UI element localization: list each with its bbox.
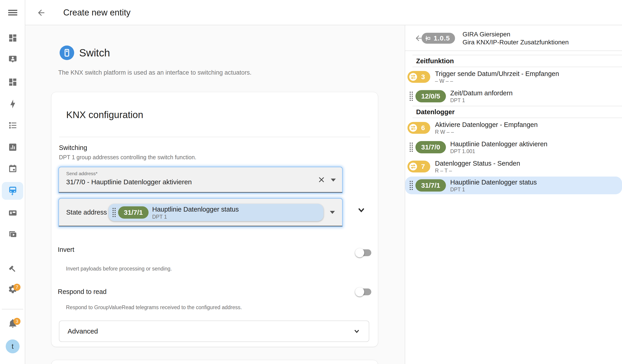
advanced-expander[interactable]: Advanced [59, 321, 369, 342]
send-address-label: Send address* [66, 171, 97, 176]
state-address-chip[interactable]: 31/7/1 Hauptlinie Datenlogger status DPT… [109, 204, 324, 221]
group-address-row[interactable]: 12/0/5Zeit/Datum anfordernDPT 1 [405, 87, 622, 106]
section-title: Zeitfunktion [405, 55, 622, 67]
sidebar-item-settings[interactable] [0, 280, 25, 298]
sidebar: 7 3 t [0, 0, 25, 364]
respond-to-read-toggle[interactable] [356, 288, 371, 295]
device-manufacturer: GIRA Giersiepen [463, 30, 569, 38]
row-subtitle: DPT 1 [450, 186, 537, 193]
sidebar-item-mailbox[interactable] [0, 204, 25, 222]
group-address-pill: 31/7/1 [415, 179, 446, 192]
row-title: Hauptlinie Datenlogger aktivieren [450, 140, 547, 148]
device-name: Gira KNX/IP-Router Zusatzfunktionen [463, 38, 569, 46]
group-address-row[interactable]: 31/7/1Hauptlinie Datenlogger statusDPT 1 [405, 176, 622, 194]
com-object-pill: 6 [408, 122, 430, 134]
com-object-number: 6 [417, 124, 429, 132]
notifications-badge: 3 [13, 318, 20, 325]
menu-icon[interactable] [8, 10, 17, 16]
chevron-down-icon [353, 327, 361, 335]
sidebar-item-knx[interactable] [0, 182, 25, 200]
chip-dpt: DPT 1 [152, 214, 167, 220]
row-texts: Trigger sende Datum/Uhrzeit - Empfangen–… [435, 70, 559, 84]
arrow-left-icon [36, 8, 46, 18]
sidebar-divider [2, 309, 23, 309]
main-content: Switch The KNX switch platform is used a… [25, 25, 405, 364]
panel-sections: Zeitfunktion 3Trigger sende Datum/Uhrzei… [405, 51, 622, 194]
sidebar-item-assist[interactable] [0, 50, 25, 68]
platform-icon-circle [59, 45, 74, 60]
send-address-value: 31/7/0 - Hauptlinie Datenlogger aktivier… [66, 178, 192, 186]
com-object-pill: 7 [408, 161, 430, 172]
com-object-row[interactable]: 7Datenlogger Status - SendenR – T – [405, 157, 622, 176]
chip-title: Hauptlinie Datenlogger status [152, 206, 239, 213]
swap-arrows-icon [409, 73, 417, 81]
clear-button[interactable] [318, 176, 325, 184]
next-card-partial [51, 360, 378, 364]
bus-node-icon [425, 35, 431, 41]
bar-chart-box-icon [8, 142, 18, 152]
person-card-icon [8, 54, 18, 64]
expand-addresses-button[interactable] [356, 205, 366, 215]
toggle-thumb [355, 287, 364, 296]
row-subtitle: DPT 1 [450, 97, 513, 103]
group-address-row[interactable]: 31/7/0Hauptlinie Datenlogger aktivierenD… [405, 138, 622, 157]
drag-handle-icon[interactable] [410, 92, 413, 101]
card-divider [59, 137, 370, 137]
dropdown-caret-icon[interactable] [331, 179, 336, 182]
row-texts: Aktiviere Datenlogger - EmpfangenR W – – [435, 121, 538, 135]
invert-toggle[interactable] [356, 249, 371, 256]
back-button[interactable] [36, 8, 46, 18]
invert-description: Invert payloads before processing or sen… [66, 266, 172, 272]
state-address-label: State address [66, 209, 107, 216]
settings-badge: 7 [13, 284, 20, 291]
page-title: Create new entity [63, 8, 131, 18]
dropdown-caret-icon[interactable] [330, 211, 335, 214]
top-app-bar: Create new entity [0, 0, 622, 25]
sidebar-item-media[interactable] [0, 226, 25, 244]
drag-handle-icon[interactable] [113, 208, 116, 217]
row-subtitle: – W – – [435, 78, 559, 84]
respond-to-read-description: Respond to GroupValueRead telegrams rece… [66, 304, 242, 310]
device-address-panel: 1.0.5 GIRA Giersiepen Gira KNX/IP-Router… [405, 25, 622, 364]
bus-lightning-icon [7, 186, 18, 196]
avatar[interactable]: t [6, 339, 19, 353]
row-subtitle: DPT 1.001 [450, 148, 547, 154]
swap-arrows-icon [409, 124, 417, 132]
mailbox-icon [8, 208, 18, 218]
sidebar-item-history[interactable] [0, 138, 25, 156]
row-title: Hauptlinie Datenlogger status [450, 178, 537, 186]
device-info: GIRA Giersiepen Gira KNX/IP-Router Zusat… [463, 30, 569, 46]
com-object-number: 3 [417, 73, 429, 81]
close-icon [318, 176, 325, 184]
drag-handle-icon[interactable] [410, 143, 413, 152]
send-address-field[interactable]: Send address* 31/7/0 - Hauptlinie Datenl… [59, 167, 342, 193]
com-object-number: 7 [417, 163, 429, 170]
individual-address: 1.0.5 [434, 34, 450, 42]
grid-dashboard-icon [8, 33, 18, 43]
sidebar-item-calendar[interactable] [0, 159, 25, 178]
sidebar-item-developer-tools[interactable] [0, 260, 25, 278]
com-object-row[interactable]: 6Aktiviere Datenlogger - EmpfangenR W – … [405, 118, 622, 138]
toggle-thumb [355, 248, 364, 257]
light-switch-icon [62, 48, 71, 57]
swap-arrows-icon [409, 162, 417, 171]
row-texts: Datenlogger Status - SendenR – T – [435, 159, 520, 174]
sidebar-item-overview[interactable] [0, 29, 25, 47]
chevron-down-icon [356, 205, 366, 215]
sidebar-item-dashboard[interactable] [0, 73, 25, 91]
row-title: Zeit/Datum anfordern [450, 89, 513, 97]
bulleted-list-icon [8, 121, 18, 130]
sidebar-item-energy[interactable] [0, 95, 25, 113]
drag-handle-icon[interactable] [410, 181, 413, 190]
row-title: Datenlogger Status - Senden [435, 159, 520, 167]
sidebar-item-notifications[interactable] [0, 314, 25, 332]
section-title: Datenlogger [405, 106, 622, 118]
state-address-field[interactable]: State address 31/7/1 Hauptlinie Datenlog… [59, 199, 342, 226]
video-play-icon [8, 230, 18, 239]
platform-title: Switch [79, 47, 110, 59]
switching-group-description: DPT 1 group addresses controlling the sw… [59, 154, 196, 161]
row-title: Aktiviere Datenlogger - Empfangen [435, 121, 538, 129]
row-subtitle: R W – – [435, 129, 538, 135]
com-object-row[interactable]: 3Trigger sende Datum/Uhrzeit - Empfangen… [405, 67, 622, 87]
sidebar-item-logbook[interactable] [0, 116, 25, 134]
